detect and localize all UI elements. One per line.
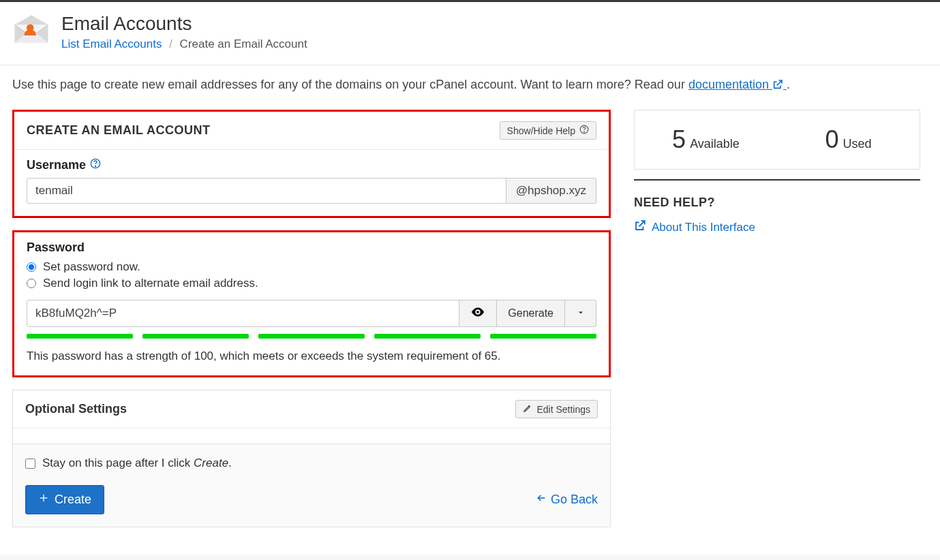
- go-back-link[interactable]: Go Back: [536, 493, 598, 507]
- edit-settings-button[interactable]: Edit Settings: [515, 400, 598, 418]
- optional-settings-section: Optional Settings Edit Settings: [12, 390, 611, 444]
- arrow-left-icon: [536, 493, 547, 507]
- usage-stats: 5 Available 0 Used: [634, 110, 920, 170]
- breadcrumb-current: Create an Email Account: [180, 37, 307, 50]
- svg-point-5: [95, 166, 96, 166]
- stat-available: 5 Available: [635, 110, 777, 169]
- documentation-link[interactable]: documentation: [688, 78, 787, 91]
- password-strength-message: This password has a strength of 100, whi…: [27, 349, 596, 363]
- footer-panel: Stay on this page after I click Create. …: [12, 444, 611, 527]
- plus-icon: [38, 493, 49, 507]
- external-link-icon: [772, 79, 783, 93]
- breadcrumb-separator: /: [169, 37, 172, 50]
- create-account-section: CREATE AN EMAIL ACCOUNT Show/Hide Help U…: [12, 110, 611, 218]
- username-label: Username: [27, 158, 86, 172]
- username-input[interactable]: [27, 178, 506, 204]
- email-accounts-icon: [12, 12, 50, 52]
- set-password-now-option[interactable]: Set password now.: [27, 260, 596, 274]
- svg-point-3: [584, 131, 585, 132]
- show-hide-help-button[interactable]: Show/Hide Help: [500, 121, 596, 140]
- toggle-password-visibility-button[interactable]: [459, 300, 497, 327]
- create-section-title: CREATE AN EMAIL ACCOUNT: [27, 123, 211, 138]
- stay-on-page-option[interactable]: Stay on this page after I click Create.: [25, 456, 598, 470]
- svg-point-6: [476, 311, 479, 313]
- need-help-title: NEED HELP?: [634, 196, 920, 210]
- password-section: Password Set password now. Send login li…: [12, 230, 611, 377]
- page-header: Email Accounts List Email Accounts / Cre…: [0, 2, 940, 58]
- breadcrumb: List Email Accounts / Create an Email Ac…: [61, 37, 307, 51]
- intro-text: Use this page to create new email addres…: [0, 65, 940, 93]
- question-circle-icon: [579, 125, 589, 136]
- generate-dropdown-button[interactable]: [565, 300, 596, 327]
- page-title: Email Accounts: [61, 13, 307, 35]
- username-help-icon[interactable]: [90, 158, 101, 172]
- eye-icon: [470, 305, 485, 322]
- caret-down-icon: [577, 307, 585, 320]
- password-strength-meter: [27, 334, 596, 339]
- password-label: Password: [27, 240, 85, 255]
- external-link-icon: [634, 219, 646, 235]
- about-interface-link[interactable]: About This Interface: [634, 219, 755, 235]
- optional-settings-title: Optional Settings: [25, 402, 127, 416]
- send-login-link-option[interactable]: Send login link to alternate email addre…: [27, 277, 596, 290]
- create-button[interactable]: Create: [25, 485, 104, 514]
- pencil-icon: [523, 403, 532, 415]
- domain-addon[interactable]: @hpshop.xyz: [506, 178, 596, 204]
- stat-used: 0 Used: [777, 110, 920, 169]
- breadcrumb-list-email-accounts[interactable]: List Email Accounts: [61, 37, 162, 50]
- password-input[interactable]: [27, 300, 459, 327]
- set-password-now-radio[interactable]: [27, 262, 36, 272]
- send-login-link-radio[interactable]: [27, 279, 36, 288]
- generate-password-button[interactable]: Generate: [497, 300, 565, 327]
- stay-on-page-checkbox[interactable]: [25, 458, 35, 469]
